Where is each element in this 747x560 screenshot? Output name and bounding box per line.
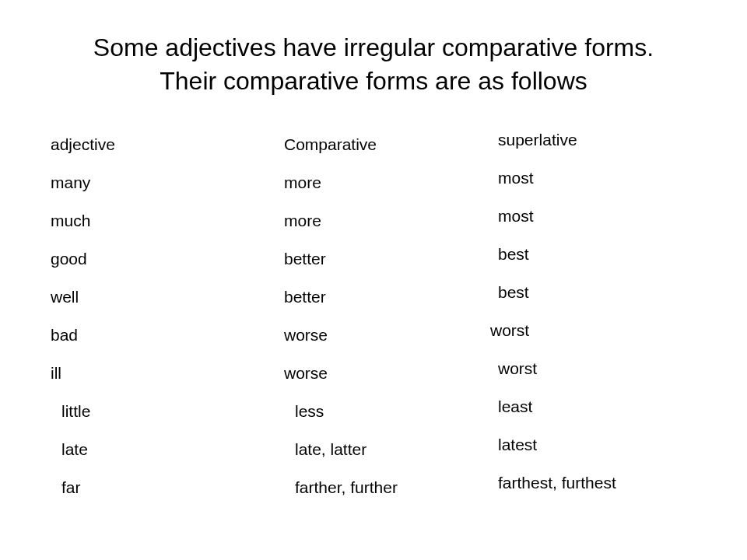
cell-comparative: worse [284,326,498,364]
cell-adjective: late [51,440,284,478]
header-comparative: Comparative [284,135,498,173]
column-adjective: adjective many much good well bad ill li… [51,135,284,516]
cell-adjective: much [51,212,284,250]
page-title: Some adjectives have irregular comparati… [51,31,696,98]
cell-adjective: far [51,478,284,516]
cell-adjective: little [51,402,284,440]
cell-comparative: less [284,402,498,440]
title-line-2: Their comparative forms are as follows [160,67,587,95]
cell-comparative: late, latter [284,440,498,478]
column-comparative: Comparative more more better better wors… [284,135,498,516]
cell-comparative: more [284,212,498,250]
cell-adjective: bad [51,326,284,364]
cell-adjective: ill [51,364,284,402]
cell-adjective: good [51,250,284,288]
header-superlative: superlative [498,131,696,169]
cell-adjective: many [51,173,284,212]
cell-superlative: farthest, furthest [498,474,696,512]
column-superlative: superlative most most best best worst wo… [498,131,696,516]
cell-superlative: worst [498,359,696,397]
cell-superlative: best [498,245,696,283]
cell-superlative: most [498,169,696,207]
cell-superlative: most [498,207,696,245]
cell-comparative: better [284,288,498,326]
header-adjective: adjective [51,135,284,173]
cell-superlative: worst [490,321,696,359]
title-line-1: Some adjectives have irregular comparati… [93,33,654,61]
cell-superlative: latest [498,436,696,474]
comparison-table: adjective many much good well bad ill li… [51,135,696,516]
cell-comparative: farther, further [284,478,498,516]
cell-adjective: well [51,288,284,326]
cell-comparative: worse [284,364,498,402]
cell-superlative: best [498,283,696,321]
cell-comparative: more [284,173,498,212]
cell-comparative: better [284,250,498,288]
cell-superlative: least [498,397,696,436]
